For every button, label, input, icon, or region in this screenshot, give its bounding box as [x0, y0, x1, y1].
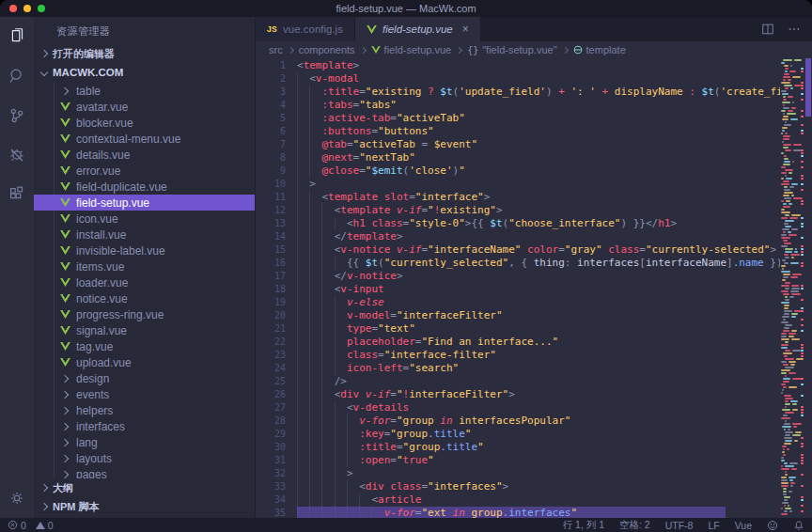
minimize-window-button[interactable]: [23, 5, 31, 12]
code-line-23[interactable]: class="interface-filter": [297, 349, 780, 362]
tree-item-pages[interactable]: pages: [34, 466, 255, 478]
code-line-16[interactable]: {{ $t("currently_selected", { thing: int…: [297, 257, 780, 270]
code-line-19[interactable]: v-else: [297, 296, 780, 309]
more-actions-icon[interactable]: [788, 23, 801, 36]
code-line-27[interactable]: <v-details: [297, 401, 780, 415]
code-line-15[interactable]: <v-notice v-if="interfaceName" color="gr…: [297, 243, 780, 257]
outline-section[interactable]: 大纲: [34, 478, 255, 497]
breadcrumb: srccomponentsfield-setup.vue{}"field-set…: [256, 41, 812, 58]
open-editors-section[interactable]: 打开的编辑器: [34, 44, 255, 63]
extensions-icon[interactable]: [0, 175, 34, 214]
problems-warnings[interactable]: 0: [36, 520, 54, 531]
zoom-window-button[interactable]: [38, 5, 45, 12]
code-line-21[interactable]: type="text": [297, 322, 780, 336]
code-line-2[interactable]: <v-modal: [297, 72, 780, 86]
tree-item-lang[interactable]: lang: [34, 434, 255, 450]
editor-gutter[interactable]: 1234567891011121314151617181920212223242…: [256, 58, 297, 518]
code-line-5[interactable]: :active-tab="activeTab": [297, 112, 780, 125]
code-content[interactable]: <template><v-modal:title="existing ? $t(…: [297, 59, 780, 518]
tree-item-signal.vue[interactable]: signal.vue: [34, 322, 255, 338]
tree-item-contextual-menu.vue[interactable]: contextual-menu.vue: [34, 131, 255, 147]
split-editor-icon[interactable]: [761, 23, 774, 36]
tree-item-table[interactable]: table: [34, 83, 255, 99]
feedback-smiley-icon[interactable]: [767, 520, 778, 531]
tree-item-upload.vue[interactable]: upload.vue: [34, 354, 255, 370]
breadcrumb-item-2[interactable]: components: [299, 44, 355, 55]
tree-item-tag.vue[interactable]: tag.vue: [34, 338, 255, 354]
tree-item-interfaces[interactable]: interfaces: [34, 418, 255, 434]
code-line-34[interactable]: <article: [297, 493, 780, 507]
status-item-4[interactable]: LF: [708, 520, 719, 531]
code-line-25[interactable]: />: [297, 375, 780, 388]
code-line-12[interactable]: <template v-if="!existing">: [297, 204, 780, 217]
code-line-10[interactable]: >: [297, 178, 780, 191]
code-line-22[interactable]: placeholder="Find an interface...": [297, 336, 780, 349]
code-line-14[interactable]: </template>: [297, 230, 780, 243]
code-line-9[interactable]: @close="$emit('close')": [297, 164, 780, 178]
tab-field-setup.vue[interactable]: field-setup.vue×: [355, 17, 481, 41]
close-icon[interactable]: ×: [462, 23, 469, 35]
code-line-30[interactable]: :title="group.title": [297, 441, 780, 454]
code-line-11[interactable]: <template slot="interface">: [297, 191, 780, 204]
search-icon[interactable]: [0, 56, 34, 96]
explorer-icon[interactable]: [0, 17, 34, 56]
status-item-5[interactable]: Vue: [735, 520, 752, 531]
tree-item-details.vue[interactable]: details.vue: [34, 147, 255, 163]
breadcrumb-item-3[interactable]: field-setup.vue: [371, 44, 452, 55]
npm-scripts-section[interactable]: NPM 脚本: [34, 497, 255, 516]
code-line-35[interactable]: v-for="ext in group.interfaces": [297, 507, 780, 518]
source-control-icon[interactable]: [0, 96, 34, 135]
tree-item-events[interactable]: events: [34, 386, 255, 402]
status-item-3[interactable]: UTF-8: [665, 520, 694, 531]
tree-item-invisible-label.vue[interactable]: invisible-label.vue: [34, 243, 255, 258]
tree-item-field-setup.vue[interactable]: field-setup.vue: [34, 195, 255, 211]
tree-item-blocker.vue[interactable]: blocker.vue: [34, 115, 255, 131]
tree-item-error.vue[interactable]: error.vue: [34, 163, 255, 179]
breadcrumb-item-4[interactable]: {}"field-setup.vue": [467, 44, 556, 55]
problems-errors[interactable]: 0: [8, 520, 26, 531]
tree-item-field-duplicate.vue[interactable]: field-duplicate.vue: [34, 179, 255, 195]
tree-item-helpers[interactable]: helpers: [34, 402, 255, 418]
settings-gear-icon[interactable]: [0, 478, 34, 518]
tree-item-install.vue[interactable]: install.vue: [34, 227, 255, 243]
status-item-2[interactable]: 空格: 2: [619, 519, 650, 532]
tree-item-layouts[interactable]: layouts: [34, 450, 255, 466]
debug-icon[interactable]: [0, 135, 34, 175]
code-line-7[interactable]: @tab="activeTab = $event": [297, 138, 780, 151]
code-line-1[interactable]: <template>: [297, 59, 780, 72]
code-line-26[interactable]: <div v-if="!interfaceFilter">: [297, 388, 780, 401]
code-line-13[interactable]: <h1 class="style-0">{{ $t("choose_interf…: [297, 217, 780, 230]
close-window-button[interactable]: [9, 5, 17, 12]
notifications-bell-icon[interactable]: [793, 520, 804, 531]
tab-vue.config.js[interactable]: JSvue.config.js: [256, 17, 355, 41]
scrollbar-thumb[interactable]: [805, 58, 811, 117]
status-item-1[interactable]: 行 1, 列 1: [563, 519, 604, 532]
code-line-17[interactable]: </v-notice>: [297, 270, 780, 283]
code-line-20[interactable]: v-model="interfaceFilter": [297, 309, 780, 322]
editor-scrollbar[interactable]: [804, 58, 812, 518]
tree-item-design[interactable]: design: [34, 370, 255, 386]
tree-item-progress-ring.vue[interactable]: progress-ring.vue: [34, 306, 255, 322]
minimap[interactable]: [780, 58, 804, 518]
code-line-3[interactable]: :title="existing ? $t('update_field') + …: [297, 86, 780, 99]
tree-item-avatar.vue[interactable]: avatar.vue: [34, 99, 255, 115]
code-line-24[interactable]: icon-left="search": [297, 362, 780, 375]
tree-item-icon.vue[interactable]: icon.vue: [34, 211, 255, 227]
code-line-29[interactable]: :key="group.title": [297, 428, 780, 441]
code-line-28[interactable]: v-for="group in interfacesPopular": [297, 415, 780, 428]
code-line-8[interactable]: @next="nextTab": [297, 151, 780, 164]
code-line-4[interactable]: :tabs="tabs": [297, 99, 780, 112]
breadcrumb-item-1[interactable]: src: [269, 44, 283, 55]
tree-item-items.vue[interactable]: items.vue: [34, 258, 255, 274]
code-line-18[interactable]: <v-input: [297, 283, 780, 296]
tree-item-notice.vue[interactable]: notice.vue: [34, 290, 255, 306]
code-line-32[interactable]: >: [297, 467, 780, 480]
code-line-31[interactable]: :open="true": [297, 454, 780, 467]
code-line-33[interactable]: <div class="interfaces">: [297, 480, 780, 493]
code-line-6[interactable]: :buttons="buttons": [297, 125, 780, 138]
tree-item-loader.vue[interactable]: loader.vue: [34, 274, 255, 290]
minimap-decoration: [801, 237, 804, 239]
workspace-root-section[interactable]: MACWK.COM: [34, 63, 255, 82]
breadcrumb-item-5[interactable]: template: [573, 44, 626, 55]
vue-file-icon: [60, 262, 70, 271]
